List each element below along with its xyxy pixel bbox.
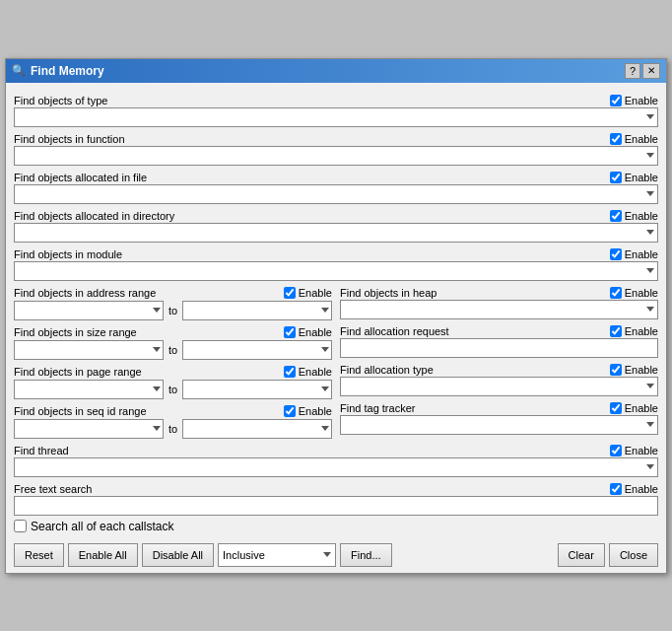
close-button[interactable]: ✕ <box>642 63 660 79</box>
search-all-checkbox[interactable] <box>14 520 27 532</box>
help-button[interactable]: ? <box>625 63 640 79</box>
free-text-input[interactable] <box>14 496 658 516</box>
free-text-label: Free text search <box>14 483 92 495</box>
find-module-label: Find objects in module <box>14 248 122 260</box>
find-alloc-request-enable-checkbox[interactable] <box>610 325 622 337</box>
find-tag-tracker-enable-label: Enable <box>610 402 658 414</box>
reset-button[interactable]: Reset <box>14 543 64 567</box>
find-size-label: Find objects in size range <box>14 326 137 338</box>
find-alloc-type-enable-checkbox[interactable] <box>610 364 622 376</box>
window-icon: 🔍 <box>12 64 26 77</box>
find-seq-enable-checkbox[interactable] <box>284 405 296 417</box>
find-function-row-label: Find objects in function Enable <box>14 133 658 145</box>
find-heap-dropdown[interactable] <box>340 300 658 319</box>
find-seq-row-label: Find objects in seq id range Enable <box>14 405 332 417</box>
find-alloc-request-row-label: Find allocation request Enable <box>340 325 658 337</box>
find-thread-row-label: Find thread Enable <box>14 445 658 456</box>
right-col: Find objects in heap Enable Find allocat… <box>340 281 658 439</box>
find-heap-enable-checkbox[interactable] <box>610 287 622 299</box>
find-tag-tracker-dropdown[interactable] <box>340 415 658 435</box>
free-text-enable-checkbox[interactable] <box>610 483 622 495</box>
find-page-from-dropdown[interactable] <box>14 380 164 399</box>
left-col: Find objects in address range Enable to … <box>14 281 332 439</box>
window-title: Find Memory <box>31 64 625 78</box>
search-all-label: Search all of each callstack <box>31 520 173 533</box>
find-thread-enable-checkbox[interactable] <box>610 445 622 456</box>
find-directory-enable-label: Enable <box>610 210 658 222</box>
disable-all-button[interactable]: Disable All <box>142 543 214 567</box>
find-page-enable-checkbox[interactable] <box>284 366 296 378</box>
free-text-row-label: Free text search Enable <box>14 483 658 495</box>
bottom-bar: Reset Enable All Disable All Inclusive E… <box>14 539 658 569</box>
find-directory-label: Find objects allocated in directory <box>14 210 174 222</box>
clear-button[interactable]: Clear <box>558 543 605 567</box>
two-col-section: Find objects in address range Enable to … <box>14 281 658 439</box>
find-seq-to-label: to <box>167 423 179 435</box>
find-seq-to-dropdown[interactable] <box>182 419 332 439</box>
find-address-to-dropdown[interactable] <box>182 301 332 320</box>
find-module-dropdown[interactable] <box>14 261 658 281</box>
inclusive-select[interactable]: Inclusive Exclusive <box>218 543 336 567</box>
find-size-to-label: to <box>167 344 179 356</box>
find-type-dropdown[interactable] <box>14 107 658 127</box>
find-alloc-type-label: Find allocation type <box>340 364 434 376</box>
find-heap-label: Find objects in heap <box>340 287 437 299</box>
find-seq-label: Find objects in seq id range <box>14 405 147 417</box>
find-size-enable-checkbox[interactable] <box>284 326 296 338</box>
find-address-enable-label: Enable <box>284 287 332 299</box>
find-page-enable-label: Enable <box>284 366 332 378</box>
find-size-from-dropdown[interactable] <box>14 340 164 360</box>
enable-all-button[interactable]: Enable All <box>68 543 138 567</box>
find-alloc-request-label: Find allocation request <box>340 325 449 337</box>
find-type-enable-label: Enable <box>610 95 658 106</box>
find-file-enable-checkbox[interactable] <box>610 172 622 183</box>
find-module-enable-checkbox[interactable] <box>610 248 622 260</box>
find-page-label: Find objects in page range <box>14 366 142 378</box>
find-directory-row-label: Find objects allocated in directory Enab… <box>14 210 658 222</box>
find-address-from-dropdown[interactable] <box>14 301 164 320</box>
find-type-enable-checkbox[interactable] <box>610 95 622 106</box>
find-tag-tracker-enable-checkbox[interactable] <box>610 402 622 414</box>
find-heap-row-label: Find objects in heap Enable <box>340 287 658 299</box>
find-function-enable-checkbox[interactable] <box>610 133 622 145</box>
close-dialog-button[interactable]: Close <box>609 543 658 567</box>
find-memory-window: 🔍 Find Memory ? ✕ Find objects of type E… <box>5 58 667 574</box>
find-thread-label: Find thread <box>14 445 69 456</box>
title-bar-buttons: ? ✕ <box>625 63 660 79</box>
find-size-to-dropdown[interactable] <box>182 340 332 360</box>
find-seq-range-row: to <box>14 419 332 439</box>
find-file-enable-label: Enable <box>610 172 658 183</box>
find-seq-from-dropdown[interactable] <box>14 419 164 439</box>
find-thread-dropdown[interactable] <box>14 457 658 477</box>
find-alloc-type-dropdown[interactable] <box>340 377 658 396</box>
dialog-content: Find objects of type Enable Find objects… <box>6 83 666 573</box>
find-address-enable-checkbox[interactable] <box>284 287 296 299</box>
title-bar: 🔍 Find Memory ? ✕ <box>6 59 666 83</box>
find-file-row-label: Find objects allocated in file Enable <box>14 172 658 183</box>
find-directory-enable-checkbox[interactable] <box>610 210 622 222</box>
find-page-row-label: Find objects in page range Enable <box>14 366 332 378</box>
find-type-row-label: Find objects of type Enable <box>14 95 658 106</box>
find-size-range-row: to <box>14 340 332 360</box>
find-size-enable-label: Enable <box>284 326 332 338</box>
find-page-range-row: to <box>14 380 332 399</box>
find-address-range-row: to <box>14 301 332 320</box>
find-button[interactable]: Find... <box>340 543 392 567</box>
find-module-enable-label: Enable <box>610 248 658 260</box>
find-alloc-request-input[interactable] <box>340 338 658 358</box>
find-thread-enable-label: Enable <box>610 445 658 456</box>
find-page-to-label: to <box>167 384 179 395</box>
find-heap-enable-label: Enable <box>610 287 658 299</box>
find-address-row-label: Find objects in address range Enable <box>14 287 332 299</box>
find-seq-enable-label: Enable <box>284 405 332 417</box>
find-page-to-dropdown[interactable] <box>182 380 332 399</box>
find-alloc-type-enable-label: Enable <box>610 364 658 376</box>
find-function-label: Find objects in function <box>14 133 125 145</box>
find-module-row-label: Find objects in module Enable <box>14 248 658 260</box>
find-alloc-request-enable-label: Enable <box>610 325 658 337</box>
find-directory-dropdown[interactable] <box>14 223 658 243</box>
find-tag-tracker-label: Find tag tracker <box>340 402 415 414</box>
find-type-label: Find objects of type <box>14 95 107 106</box>
find-function-dropdown[interactable] <box>14 146 658 166</box>
find-file-dropdown[interactable] <box>14 184 658 204</box>
